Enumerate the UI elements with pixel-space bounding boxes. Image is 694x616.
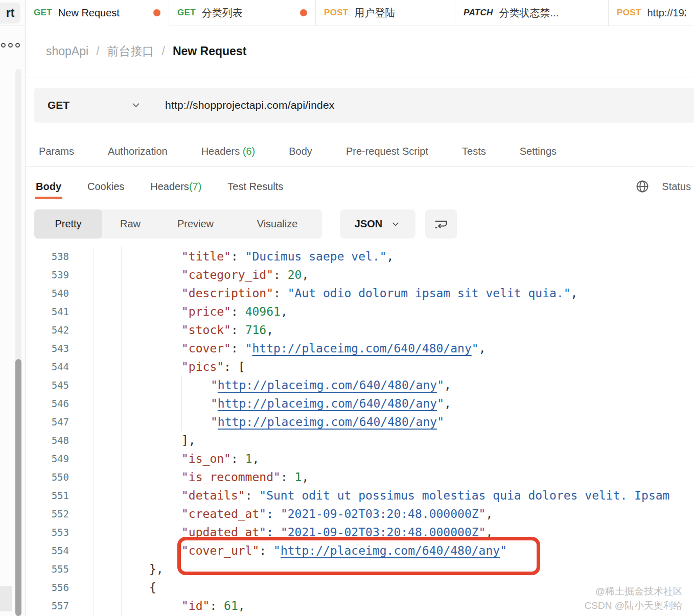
method-select[interactable]: GET [34, 88, 152, 123]
code-token: "category_id" [181, 268, 273, 281]
header-tab-1[interactable]: GETNew Request [26, 0, 169, 26]
code-line-542: 542"stock": 716, [26, 321, 694, 339]
view-segments: PrettyRawPreviewVisualize [34, 209, 322, 239]
code-token: : [266, 526, 281, 539]
view-tab-preview[interactable]: Preview [158, 209, 233, 239]
code-content: "price": 40961, [181, 302, 288, 321]
code-line-551: 551"details": "Sunt odit ut possimus mol… [26, 486, 694, 505]
code-token: , [444, 397, 451, 410]
code-line-550: 550"is_recommend": 1, [26, 468, 694, 486]
response-meta: Status [635, 172, 691, 201]
code-token: { [149, 581, 156, 594]
code-token: "pics" [181, 360, 224, 373]
view-tab-visualize[interactable]: Visualize [233, 209, 322, 239]
json-link[interactable]: http://placeimg.com/640/480/any [218, 415, 437, 429]
line-number: 552 [26, 505, 69, 523]
sidebar-scrollbar-thumb[interactable] [15, 359, 21, 616]
code-token: : [273, 268, 288, 281]
status-label: Status [662, 181, 691, 193]
request-tab-params[interactable]: Params [39, 146, 74, 157]
code-content: }, [149, 560, 164, 578]
code-token: " [437, 415, 444, 429]
request-tab-authorization[interactable]: Authorization [108, 146, 168, 157]
watermark-line2: CSDN @陆小天奥利给 [585, 599, 683, 613]
header-tab-4[interactable]: PATCH分类状态禁... [455, 0, 608, 26]
line-number: 547 [26, 413, 69, 431]
view-tab-pretty[interactable]: Pretty [34, 209, 102, 239]
code-token: "cover_url" [181, 544, 259, 557]
code-token: " [437, 378, 444, 392]
request-tab-body[interactable]: Body [289, 146, 312, 157]
code-token: , [387, 250, 394, 263]
code-token: " [500, 544, 507, 557]
request-url-bar: GET http://shopprojectapi.com/api/index [34, 88, 694, 123]
line-number: 543 [26, 339, 69, 358]
line-number: 548 [26, 431, 69, 449]
response-tab-cookies[interactable]: Cookies [86, 172, 125, 201]
header-tab-3[interactable]: POST用户登陆 [315, 0, 455, 26]
json-link[interactable]: http://placeimg.com/640/480/any [281, 544, 500, 557]
response-tab-body[interactable]: Body [35, 172, 62, 201]
code-line-548: 548], [26, 431, 694, 449]
code-token: " [245, 342, 252, 355]
code-content: "description": "Aut odio dolorum ipsam s… [181, 284, 577, 302]
sidebar-bottom-button-partial[interactable] [0, 586, 12, 611]
method-label: GET [48, 99, 70, 111]
view-tab-raw[interactable]: Raw [102, 209, 158, 239]
divider [26, 78, 694, 78]
code-line-544: 544"pics": [ [26, 358, 694, 376]
request-tab-settings[interactable]: Settings [520, 146, 557, 157]
more-dots-icon[interactable] [1, 43, 20, 48]
globe-icon[interactable] [635, 179, 650, 194]
header-tab-5[interactable]: POSThttp://192 [608, 0, 694, 26]
json-link[interactable]: http://placeimg.com/640/480/any [218, 378, 437, 392]
line-number: 538 [26, 247, 69, 266]
code-token: 20 [288, 268, 302, 281]
tab-title: 分类列表 [202, 6, 243, 20]
tab-method-label: POST [324, 8, 349, 18]
code-token: : [245, 489, 260, 502]
code-content: "is_on": 1, [181, 449, 259, 468]
import-button-partial[interactable]: rt [0, 3, 20, 23]
code-content: "http://placeimg.com/640/480/any", [211, 376, 451, 394]
code-token: "Ducimus saepe vel." [245, 250, 387, 263]
code-token: "cover" [181, 342, 231, 355]
tab-method-label: GET [34, 8, 52, 18]
code-line-549: 549"is_on": 1, [26, 449, 694, 468]
code-content: "stock": 716, [181, 321, 273, 339]
code-token: "details" [181, 489, 245, 502]
wrap-text-icon [434, 217, 448, 231]
code-token: : [231, 250, 245, 263]
response-tab-headers[interactable]: Headers (7) [149, 172, 202, 201]
code-line-538: 538"title": "Ducimus saepe vel.", [26, 247, 694, 266]
breadcrumb-collection[interactable]: shopApi [46, 44, 88, 58]
breadcrumb-folder[interactable]: 前台接口 [107, 43, 154, 59]
json-link[interactable]: http://placeimg.com/640/480/any [252, 342, 472, 355]
code-token: "title" [181, 250, 231, 263]
code-token: }, [149, 562, 164, 576]
url-input[interactable]: http://shopprojectapi.com/api/index [165, 99, 335, 111]
request-tab-tests[interactable]: Tests [462, 146, 486, 157]
breadcrumb-request-name[interactable]: New Request [173, 44, 246, 58]
request-tab-headers[interactable]: Headers (6) [201, 146, 256, 157]
line-number: 550 [26, 468, 69, 486]
header-tab-2[interactable]: GET分类列表 [169, 0, 315, 26]
code-token: " [211, 415, 218, 429]
line-number: 551 [26, 486, 69, 505]
code-line-543: 543"cover": "http://placeimg.com/640/480… [26, 339, 694, 358]
code-token: "description" [181, 287, 273, 300]
response-tab-test-results[interactable]: Test Results [226, 172, 284, 201]
json-link[interactable]: http://placeimg.com/640/480/any [218, 397, 437, 410]
code-token: , [238, 599, 245, 612]
code-token: , [485, 526, 493, 539]
wrap-text-button[interactable] [425, 209, 457, 239]
line-number: 542 [26, 321, 69, 339]
line-number: 541 [26, 302, 69, 321]
tab-count-badge: (6) [243, 146, 255, 157]
request-tab-pre-request-script[interactable]: Pre-request Script [346, 146, 428, 157]
response-tabs: BodyCookiesHeaders (7)Test Results [35, 172, 284, 201]
code-token: , [266, 323, 273, 337]
code-line-552: 552"created_at": "2021-09-02T03:20:48.00… [26, 505, 694, 523]
response-header: BodyCookiesHeaders (7)Test Results Statu… [26, 172, 694, 201]
format-dropdown[interactable]: JSON [340, 209, 415, 239]
